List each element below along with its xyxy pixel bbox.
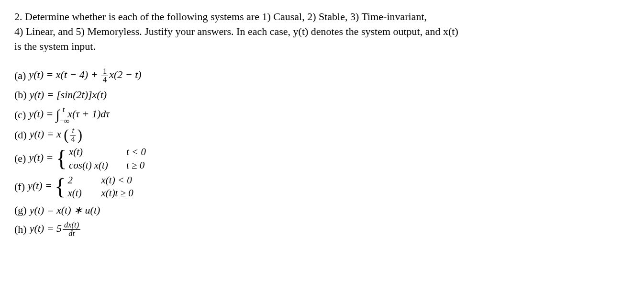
- part-c-label: (c): [14, 108, 26, 123]
- parts-list: (a) y(t) = x(t − 4) + 14x(2 − t) (b) y(t…: [14, 67, 630, 238]
- case-row: cos(t) x(t) t ≥ 0: [69, 159, 146, 172]
- part-b-label: (b): [14, 88, 27, 102]
- left-brace-icon: {: [56, 149, 67, 168]
- part-a-label: (a): [14, 68, 26, 83]
- piecewise-f: { 2 x(t) < 0 x(t) x(t)t ≥ 0: [55, 174, 133, 200]
- part-c-expr: y(t) = ∫−∞t x(τ + 1)dτ: [29, 105, 110, 124]
- part-c: (c) y(t) = ∫−∞t x(τ + 1)dτ: [14, 105, 630, 124]
- part-f-label: (f): [14, 180, 25, 194]
- part-e-expr: y(t) = { x(t) t < 0 cos(t) x(t) t ≥ 0: [29, 146, 145, 171]
- fraction: dx(t)dt: [63, 221, 80, 237]
- part-h: (h) y(t) = 5dx(t)dt: [14, 221, 630, 238]
- fraction: 14: [101, 68, 108, 84]
- part-d: (d) y(t) = x (t4): [14, 126, 630, 144]
- part-g: (g) y(t) = x(t) ∗ u(t): [14, 202, 630, 219]
- part-d-expr: y(t) = x (t4): [30, 127, 82, 143]
- intro-line-3: is the system input.: [14, 40, 96, 52]
- part-a-expr: y(t) = x(t − 4) + 14x(2 − t): [29, 68, 141, 84]
- part-a: (a) y(t) = x(t − 4) + 14x(2 − t): [14, 67, 630, 84]
- part-e: (e) y(t) = { x(t) t < 0 cos(t) x(t) t ≥ …: [14, 146, 630, 171]
- problem-intro: 2. Determine whether is each of the foll…: [14, 10, 630, 54]
- part-b-expr: y(t) = [sin(2t)]x(t): [30, 88, 107, 102]
- part-b: (b) y(t) = [sin(2t)]x(t): [14, 86, 630, 103]
- intro-line-2: 4) Linear, and 5) Memoryless. Justify yo…: [14, 25, 458, 37]
- part-g-expr: y(t) = x(t) ∗ u(t): [30, 203, 100, 218]
- right-paren-icon: ): [78, 127, 82, 143]
- problem-number: 2.: [14, 11, 22, 23]
- part-h-label: (h): [14, 222, 27, 237]
- part-d-label: (d): [14, 128, 27, 143]
- left-brace-icon: {: [55, 178, 66, 196]
- case-row: 2 x(t) < 0: [68, 174, 133, 187]
- case-row: x(t) t < 0: [69, 146, 146, 158]
- case-row: x(t) x(t)t ≥ 0: [68, 187, 133, 200]
- part-f: (f) y(t) = { 2 x(t) < 0 x(t) x(t)t ≥ 0: [14, 174, 630, 200]
- intro-line-1: Determine whether is each of the followi…: [25, 11, 427, 23]
- left-paren-icon: (: [64, 127, 68, 143]
- part-g-label: (g): [14, 203, 27, 218]
- piecewise-e: { x(t) t < 0 cos(t) x(t) t ≥ 0: [56, 146, 146, 171]
- fraction: t4: [70, 127, 77, 143]
- part-h-expr: y(t) = 5dx(t)dt: [30, 221, 82, 237]
- integral-icon: ∫−∞t: [56, 105, 60, 124]
- part-e-label: (e): [14, 151, 26, 166]
- part-f-expr: y(t) = { 2 x(t) < 0 x(t) x(t)t ≥ 0: [28, 174, 133, 200]
